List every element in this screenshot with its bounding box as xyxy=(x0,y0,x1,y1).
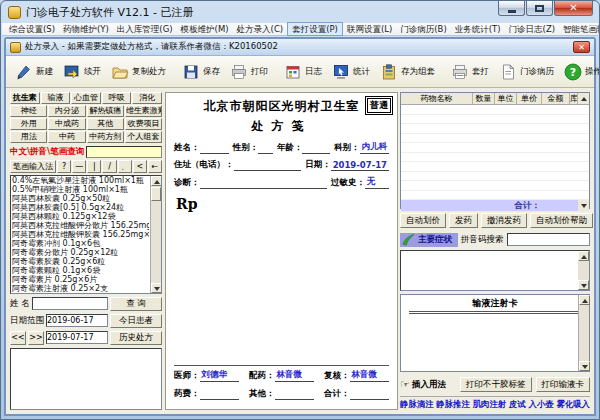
cat-antibiotics-button[interactable]: 抗生素 xyxy=(10,92,40,104)
insert-usage-link[interactable]: ☞ 插入用法 xyxy=(400,379,446,391)
notes-scrollbar[interactable] xyxy=(578,251,589,290)
main-symptoms-tab[interactable]: 主要症状 xyxy=(400,233,458,247)
scroll-down-icon[interactable] xyxy=(151,283,162,293)
drug-list-item[interactable]: 阿莫西林胶囊[0.5] 0.5g×24粒 xyxy=(11,203,149,212)
cat-cardio-button[interactable]: 心血管 xyxy=(71,92,101,104)
stroke-backspace-button[interactable]: ← xyxy=(148,160,162,173)
drug-list-scrollbar[interactable] xyxy=(150,176,161,293)
stroke-heng-button[interactable]: — xyxy=(72,160,86,173)
table-scroll-top[interactable] xyxy=(578,93,589,104)
cat-external-button[interactable]: 外用 xyxy=(10,118,47,130)
cat-other-button[interactable]: 其他 xyxy=(87,118,124,130)
auto-price-button[interactable]: 自动划价 xyxy=(400,213,446,228)
usage-iv-drip-link[interactable]: 静脉滴注 xyxy=(400,399,434,410)
menu-item-outpatient-record[interactable]: 门诊病历(B) xyxy=(396,23,450,35)
cat-antipyretic-button[interactable]: 解热镇痛 xyxy=(87,105,124,117)
menu-item-drug-maintenance[interactable]: 药物维护(Y) xyxy=(59,23,113,35)
menu-item-template[interactable]: 模板维护(M) xyxy=(177,23,233,35)
menu-item-print-settings[interactable]: 套打设置(P) xyxy=(287,22,343,36)
cat-respiratory-button[interactable]: 呼吸 xyxy=(102,92,132,104)
cat-digestive-button[interactable]: 消化 xyxy=(132,92,162,104)
toolbar-save-set-button[interactable]: 存为组套 xyxy=(375,60,440,84)
maximize-button[interactable] xyxy=(526,1,553,16)
drug-list-item[interactable]: 阿莫西林克拉维酸钾分散片 156.25mg×1 xyxy=(11,221,149,230)
drug-list-item[interactable]: 阿奇霉素冲剂 0.1g×6包 xyxy=(11,239,149,248)
usage-nebulizer-link[interactable]: 雾化吸入 xyxy=(556,399,590,410)
menu-item-network-settings[interactable]: 联网设置(L) xyxy=(343,23,396,35)
menu-item-stroke-input[interactable]: 智能笔画输入法(S) xyxy=(559,23,600,35)
menu-item-clinic-log[interactable]: 门诊日志(Z) xyxy=(505,23,559,35)
cat-neuro-button[interactable]: 神经 xyxy=(10,105,47,117)
scroll-down-icon[interactable] xyxy=(579,361,590,371)
drug-list-item[interactable]: 阿奇霉素分散片 0.25g×12粒 xyxy=(11,248,149,257)
minimize-button[interactable] xyxy=(498,1,525,16)
scroll-up-icon[interactable] xyxy=(578,251,589,261)
usage-im-injection-link[interactable]: 肌肉注射 xyxy=(473,399,507,410)
drug-list-item[interactable]: 阿莫西林胶囊 0.25g×50粒 xyxy=(11,194,149,203)
date-from-input[interactable] xyxy=(46,314,108,327)
dispense-button[interactable]: 发药 xyxy=(449,213,478,228)
next-date-button[interactable]: >> xyxy=(28,331,44,345)
cat-usage-button[interactable]: 用法 xyxy=(10,131,47,143)
menu-item-prescription-entry[interactable]: 处方录入(C) xyxy=(233,23,288,35)
cat-vitamin-hormone-button[interactable]: 维生素激素 xyxy=(125,105,162,117)
scroll-up-icon[interactable] xyxy=(579,295,590,305)
menu-item-business-stats[interactable]: 业务统计(T) xyxy=(451,23,505,35)
drug-list-item[interactable]: 0.4%左氧氟沙星注射液 100ml×1瓶 xyxy=(11,176,149,185)
toolbar-help-button[interactable]: ? 操作帮助 xyxy=(559,60,600,84)
toolbar-log-button[interactable]: 日志 xyxy=(279,60,327,84)
history-listbox[interactable] xyxy=(10,348,162,410)
drug-list-item[interactable]: 阿昔洛韦片 0.1g×24片 xyxy=(11,293,149,294)
toolbar-continue-button[interactable]: 续开 xyxy=(58,60,106,84)
scroll-up-icon[interactable] xyxy=(151,176,162,186)
drug-list-item[interactable]: 阿奇霉素片 0.25g×6片 xyxy=(11,275,149,284)
scroll-down-icon[interactable] xyxy=(578,280,589,290)
toolbar-stats-button[interactable]: 统计 xyxy=(327,60,375,84)
toolbar-new-button[interactable]: 新建 xyxy=(10,60,58,84)
usage-skin-test-link[interactable]: 皮试 xyxy=(509,399,526,410)
query-button[interactable]: 查 询 xyxy=(110,297,162,311)
cat-endocrine-button[interactable]: 内分泌 xyxy=(48,105,85,117)
table-scroll-bottom[interactable] xyxy=(578,200,589,211)
close-button[interactable]: ✕ xyxy=(554,1,593,16)
history-prescription-button[interactable]: 历史处方 xyxy=(110,331,162,345)
stroke-input-method-button[interactable]: 笔画输入法 xyxy=(10,160,56,173)
toolbar-print-button[interactable]: 打印 xyxy=(225,60,273,84)
cat-herbal-formula-button[interactable]: 中药方剂 xyxy=(87,131,124,143)
print-infusion-card-button[interactable]: 打印输液卡 xyxy=(536,377,591,392)
scrollbar-thumb[interactable] xyxy=(151,187,161,201)
toolbar-copy-prescription-button[interactable]: 复制处方 xyxy=(106,60,171,84)
pinyin-search-input[interactable] xyxy=(507,233,591,246)
cat-charge-items-button[interactable]: 收费项目 xyxy=(125,118,162,130)
date-to-input[interactable] xyxy=(46,331,108,344)
today-patients-button[interactable]: 今日患者 xyxy=(110,314,162,328)
drug-list-item[interactable]: 阿奇霉素注射液 0.25×2支 xyxy=(11,284,149,293)
drug-list-item[interactable]: 阿奇霉素胶囊 0.25g×6粒 xyxy=(11,257,149,266)
symptom-notes-box[interactable] xyxy=(400,250,590,291)
inner-close-button[interactable]: ✕ xyxy=(573,41,590,53)
stroke-zhe-button[interactable]: < xyxy=(133,160,147,173)
stroke-question-button[interactable]: ? xyxy=(57,160,71,173)
stroke-dian-button[interactable]: 、 xyxy=(118,160,132,173)
drug-list-item[interactable]: 0.5%甲硝唑注射液 100ml×1瓶 xyxy=(11,185,149,194)
undo-dispense-button[interactable]: 撤消发药 xyxy=(481,213,527,228)
print-sticker-button[interactable]: 打印不干胶标签 xyxy=(460,377,532,392)
menu-item-general-settings[interactable]: 综合设置(S) xyxy=(5,23,59,35)
toolbar-record-button[interactable]: 门诊病历 xyxy=(494,60,559,84)
cat-infusion-button[interactable]: 输液 xyxy=(41,92,71,104)
stroke-shu-button[interactable]: | xyxy=(87,160,101,173)
toolbar-save-button[interactable]: 保存 xyxy=(177,60,225,84)
cat-chinese-herb-button[interactable]: 中药 xyxy=(48,131,85,143)
card-scrollbar[interactable] xyxy=(578,295,589,371)
auto-price-help-button[interactable]: 自动划价帮助 xyxy=(530,213,593,228)
prev-date-button[interactable]: << xyxy=(10,331,26,345)
drug-list-item[interactable]: 阿莫西林克拉维酸钾胶囊 156.25mg×18粒 xyxy=(11,230,149,239)
cat-personal-set-button[interactable]: 个人组套 xyxy=(125,131,162,143)
cat-chinese-patent-button[interactable]: 中成药 xyxy=(48,118,85,130)
stroke-pie-button[interactable]: / xyxy=(102,160,116,173)
usage-small-pot-link[interactable]: 入小壶 xyxy=(529,399,554,410)
drug-list-item[interactable]: 阿奇霉素颗粒 0.1g×6袋 xyxy=(11,266,149,275)
patient-name-input[interactable] xyxy=(32,297,108,310)
drug-list-item[interactable]: 阿莫西林颗粒 0.125g×12袋 xyxy=(11,212,149,221)
usage-iv-push-link[interactable]: 静脉推注 xyxy=(436,399,470,410)
